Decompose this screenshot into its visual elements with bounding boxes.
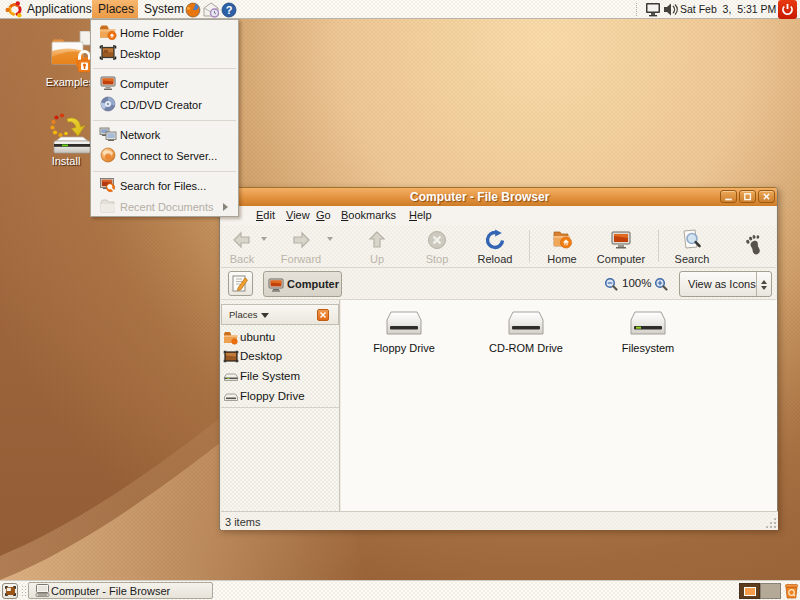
svg-text:?: ? [226, 4, 233, 16]
